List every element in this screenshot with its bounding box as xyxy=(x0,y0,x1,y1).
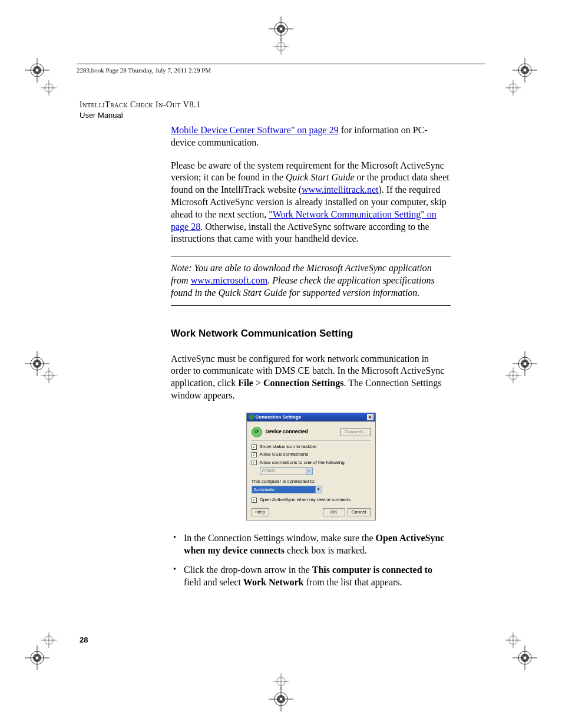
connected-to-select[interactable]: Automatic▼ xyxy=(252,486,322,493)
dialog-titlebar: Connection Settings × xyxy=(247,413,375,421)
crop-mark-icon xyxy=(269,17,293,41)
text-bold: This computer is connected to xyxy=(312,565,432,575)
checkbox-usb[interactable]: ✓ xyxy=(252,452,257,457)
svg-point-24 xyxy=(36,363,39,365)
running-subtitle: User Manual xyxy=(80,111,451,120)
header-divider xyxy=(77,64,485,64)
crop-mark-icon xyxy=(25,58,49,83)
text: Click the drop-down arrow in the xyxy=(184,565,312,575)
page-number: 28 xyxy=(80,635,88,644)
link-mobile-device-center[interactable]: Mobile Device Center Software" on page 2… xyxy=(171,125,339,135)
svg-point-34 xyxy=(280,28,283,31)
text: field and select xyxy=(184,577,243,587)
svg-point-14 xyxy=(36,657,39,660)
checkbox-label: Allow connections to one of the followin… xyxy=(260,460,346,466)
paragraph: Mobile Device Center Software" on page 2… xyxy=(171,124,451,149)
running-title: IntelliTrack Check In-Out V8.1 xyxy=(80,100,451,110)
text-bold: Connection Settings xyxy=(263,378,343,388)
checkbox-label: Show status icon in taskbar xyxy=(260,444,317,450)
close-icon[interactable]: × xyxy=(367,414,373,420)
checkbox-label: Open ActiveSync when my device connects xyxy=(260,497,351,503)
checkbox-allow-connections[interactable]: ✓ xyxy=(252,460,257,465)
paragraph: Please be aware of the system requiremen… xyxy=(171,160,451,246)
svg-point-29 xyxy=(524,363,527,365)
list-item: Click the drop-down arrow in the This co… xyxy=(171,564,451,589)
note-block: Note: You are able to download the Micro… xyxy=(171,256,451,305)
sync-status-icon: ⟳ xyxy=(252,427,262,437)
crop-mark-icon xyxy=(269,687,293,711)
checkbox-label: Allow USB connections xyxy=(260,452,309,457)
com-port-select[interactable]: COM1▼ xyxy=(260,467,313,475)
chevron-down-icon: ▼ xyxy=(306,468,312,475)
paragraph: ActiveSync must be configured for work n… xyxy=(171,353,451,402)
svg-point-9 xyxy=(524,69,527,72)
crop-mark-icon xyxy=(41,367,57,383)
svg-point-4 xyxy=(36,69,39,72)
cancel-button[interactable]: Cancel xyxy=(348,508,371,516)
ok-button[interactable]: OK xyxy=(323,508,345,516)
crop-mark-icon xyxy=(505,632,521,648)
label: This computer is connected to: xyxy=(252,479,371,485)
dialog-screenshot: Connection Settings × ⟳ Device connected… xyxy=(171,413,451,521)
help-button[interactable]: Help xyxy=(252,508,269,516)
text-bold: Work Network xyxy=(243,577,304,587)
svg-point-19 xyxy=(524,657,527,660)
text: > xyxy=(253,378,263,388)
select-value: COM1 xyxy=(262,468,276,474)
crop-mark-icon xyxy=(273,38,289,54)
crop-mark-icon xyxy=(505,80,521,95)
list-item: In the Connection Settings window, make … xyxy=(171,532,451,557)
link-intellitrack[interactable]: www.intellitrack.net xyxy=(302,185,378,195)
text: check box is marked. xyxy=(285,545,367,555)
sync-app-icon xyxy=(249,414,254,420)
connection-settings-dialog: Connection Settings × ⟳ Device connected… xyxy=(246,413,376,521)
crop-mark-icon xyxy=(505,367,521,383)
crop-mark-icon xyxy=(513,58,537,83)
crop-mark-icon xyxy=(41,632,57,648)
checkbox-status-icon[interactable]: ✓ xyxy=(252,444,257,450)
section-heading: Work Network Communication Setting xyxy=(171,327,451,340)
select-value: Automatic xyxy=(254,487,275,493)
checkbox-open-activesync[interactable]: ✓ xyxy=(252,498,257,503)
crop-mark-icon xyxy=(513,645,537,670)
dialog-title-text: Connection Settings xyxy=(256,414,302,420)
text: from the list that appears. xyxy=(304,577,402,587)
chevron-down-icon: ▼ xyxy=(315,486,322,493)
text-bold: File xyxy=(238,378,253,388)
crop-mark-icon xyxy=(41,80,57,95)
link-microsoft[interactable]: www.microsoft.com xyxy=(191,275,268,285)
device-status: Device connected xyxy=(266,429,341,435)
text: . Otherwise, install the ActiveSync soft… xyxy=(171,222,429,244)
crop-mark-icon xyxy=(273,673,289,689)
file-stamp: 2283.book Page 28 Thursday, July 7, 2011… xyxy=(77,67,211,74)
svg-point-39 xyxy=(280,698,283,701)
connect-button[interactable]: Connect... xyxy=(340,428,370,436)
text-italic: Quick Start Guide xyxy=(286,172,354,182)
crop-mark-icon xyxy=(25,645,49,670)
text: In the Connection Settings window, make … xyxy=(184,533,376,543)
